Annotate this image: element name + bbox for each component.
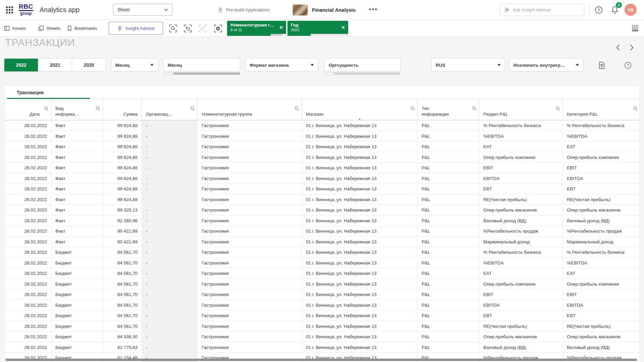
table-cell[interactable]: Гастрономия — [198, 310, 302, 321]
assets-button[interactable]: Assets — [4, 20, 26, 37]
table-cell[interactable]: - — [142, 258, 198, 268]
table-cell[interactable]: 01 г. Винница, ул. Набережная 13 — [302, 216, 418, 226]
table-cell[interactable]: Гастрономия — [198, 321, 302, 331]
table-cell[interactable]: Факт — [51, 237, 103, 247]
table-cell[interactable]: P&L — [418, 289, 479, 300]
table-cell[interactable]: Опер.прибыль магазинов — [563, 331, 640, 342]
table-cell[interactable]: Гастрономия — [198, 279, 302, 289]
table-cell[interactable]: Опер.прибыль компании — [563, 279, 640, 289]
table-cell[interactable]: % Рентабельность бизнеса — [479, 247, 563, 257]
month-listbox[interactable]: Месяц — [163, 58, 240, 72]
table-cell[interactable]: RE(Чистая прибыль) — [563, 321, 640, 331]
table-cell[interactable]: EBIT — [563, 289, 640, 300]
table-cell[interactable]: EBT — [563, 310, 640, 321]
insight-advisor-search[interactable] — [500, 3, 584, 16]
app-menu-icon[interactable] — [6, 6, 13, 13]
table-cell[interactable]: - — [142, 279, 198, 289]
table-cell[interactable]: P&L — [418, 194, 479, 205]
store-format-dropdown[interactable]: Формат магазина — [245, 58, 318, 72]
org-entity-listbox[interactable]: Оргсущность — [324, 58, 400, 72]
table-cell[interactable]: EBITDA — [479, 173, 563, 184]
table-cell[interactable]: RE(Чистая прибыль) — [479, 321, 563, 331]
table-cell[interactable]: - — [142, 226, 198, 236]
table-cell[interactable]: Бюджет — [51, 310, 103, 321]
insight-advisor-button[interactable]: Insight Advisor — [109, 22, 163, 35]
table-cell[interactable]: 01 г. Винница, ул. Набережная 13 — [302, 279, 418, 289]
table-cell[interactable]: P&L — [418, 152, 479, 163]
table-cell[interactable]: - — [142, 331, 198, 342]
column-search-icon[interactable] — [190, 106, 196, 112]
table-cell[interactable]: Гастрономия — [198, 184, 302, 194]
table-cell[interactable]: Опер.прибыль магазинов — [563, 205, 640, 215]
table-cell[interactable]: Факт — [51, 205, 103, 215]
more-menu-icon[interactable]: ••• — [369, 0, 378, 19]
table-cell[interactable]: Гастрономия — [198, 205, 302, 215]
table-cell[interactable]: 99 624,88 — [103, 173, 142, 184]
table-cell[interactable]: Бюджет — [51, 268, 103, 279]
table-cell[interactable]: 28.02.2022 — [4, 152, 51, 163]
table-cell[interactable]: EBIT — [479, 163, 563, 173]
table-cell[interactable]: P&L — [418, 163, 479, 173]
prev-sheet-icon[interactable] — [614, 44, 622, 52]
table-cell[interactable]: 84 561,70 — [103, 258, 142, 268]
selection-chip-year[interactable]: Год 2022 ✕ — [287, 21, 348, 36]
table-cell[interactable]: 28.02.2022 — [4, 247, 51, 257]
table-cell[interactable]: - — [142, 131, 198, 141]
table-cell[interactable]: Бюджет — [51, 258, 103, 268]
close-icon[interactable]: ✕ — [279, 25, 283, 30]
table-cell[interactable]: Гастрономия — [198, 258, 302, 268]
year-button-2020[interactable]: 2020 — [72, 59, 106, 71]
close-icon[interactable]: ✕ — [341, 25, 345, 30]
table-cell[interactable]: %EBITDA — [563, 131, 640, 141]
table-cell[interactable]: 28.02.2022 — [4, 173, 51, 184]
step-back-icon[interactable] — [183, 24, 193, 33]
table-cell[interactable]: Гастрономия — [198, 247, 302, 257]
column-search-icon[interactable] — [472, 106, 477, 112]
table-cell[interactable]: %EBITDA — [479, 131, 563, 141]
table-cell[interactable]: 28.02.2022 — [4, 310, 51, 321]
table-cell[interactable]: P&L — [418, 205, 479, 215]
table-cell[interactable]: Гастрономия — [198, 152, 302, 163]
table-cell[interactable]: Опер.прибыль компании — [563, 152, 640, 163]
table-cell[interactable]: Бюджет — [51, 331, 103, 342]
table-cell[interactable]: EAT — [563, 141, 640, 152]
table-cell[interactable]: 01 г. Винница, ул. Набережная 13 — [302, 184, 418, 194]
table-cell[interactable]: Опер.прибыль магазинов — [479, 205, 563, 215]
table-cell[interactable]: 01 г. Винница, ул. Набережная 13 — [302, 226, 418, 236]
table-cell[interactable]: 28.02.2022 — [4, 120, 51, 131]
table-cell[interactable]: P&L — [418, 268, 479, 279]
table-cell[interactable]: 01 г. Винница, ул. Набережная 13 — [302, 247, 418, 257]
table-cell[interactable]: EBITDA — [563, 173, 640, 184]
table-cell[interactable]: 84 561,70 — [103, 247, 142, 257]
column-search-icon[interactable] — [294, 106, 300, 112]
table-cell[interactable]: - — [142, 173, 198, 184]
table-cell[interactable]: Факт — [51, 226, 103, 236]
table-cell[interactable]: 01 г. Винница, ул. Набережная 13 — [302, 331, 418, 342]
year-button-2022[interactable]: 2022 — [4, 59, 38, 71]
table-cell[interactable]: P&L — [418, 184, 479, 194]
table-cell[interactable]: - — [142, 342, 198, 353]
table-cell[interactable]: 28.02.2022 — [4, 237, 51, 247]
current-app-switcher[interactable]: Financial Analysis — [292, 0, 356, 20]
table-cell[interactable]: Валовый доход (ВД) — [479, 342, 563, 353]
table-cell[interactable]: 01 г. Винница, ул. Набережная 13 — [302, 131, 418, 141]
smart-search-icon[interactable] — [168, 24, 178, 33]
table-cell[interactable]: Гастрономия — [198, 131, 302, 141]
table-cell[interactable]: 01 г. Винница, ул. Набережная 13 — [302, 258, 418, 268]
column-search-icon[interactable] — [410, 106, 416, 112]
table-cell[interactable]: Бюджет — [51, 300, 103, 310]
table-cell[interactable]: Валовый доход (ВД) — [479, 216, 563, 226]
table-cell[interactable]: EAT — [479, 141, 563, 152]
table-cell[interactable]: 99 624,88 — [103, 141, 142, 152]
table-cell[interactable]: Факт — [51, 120, 103, 131]
table-cell[interactable]: Гастрономия — [198, 300, 302, 310]
table-cell[interactable]: Опер.прибыль магазинов — [479, 331, 563, 342]
table-cell[interactable]: Маржинальный доход — [479, 237, 563, 247]
table-cell[interactable]: 84 338,30 — [103, 331, 142, 342]
table-cell[interactable]: 01 г. Винница, ул. Набережная 13 — [302, 141, 418, 152]
table-cell[interactable]: Бюджет — [51, 279, 103, 289]
table-cell[interactable]: P&L — [418, 279, 479, 289]
table-cell[interactable]: %EBITDA — [479, 258, 563, 268]
table-cell[interactable]: % Рентабельность бизнеса — [563, 247, 640, 257]
table-cell[interactable]: 84 561,70 — [103, 268, 142, 279]
